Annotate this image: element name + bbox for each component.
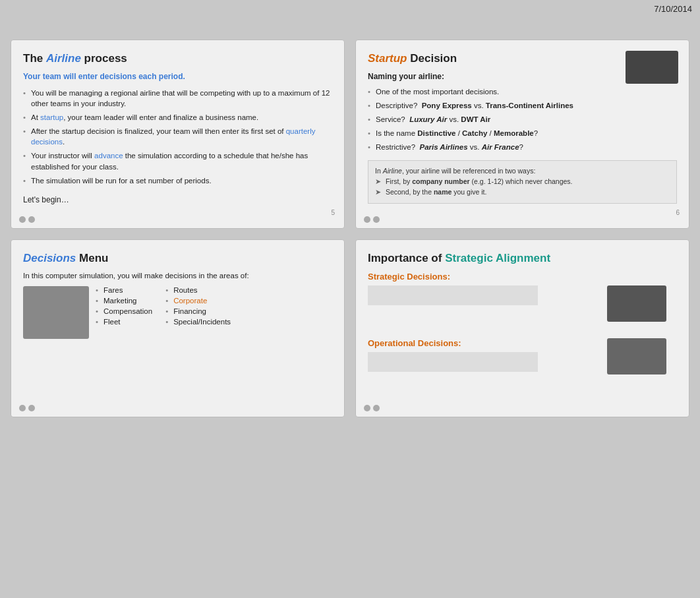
nav-dot-6: [28, 405, 35, 411]
card1-subtitle: Your team will enter decisions each peri…: [23, 72, 332, 81]
card2-bullet-3: Service? Luxury Air vs. DWT Air: [368, 114, 677, 125]
card1-title: The Airline process: [23, 52, 332, 65]
strategic-text-1: [368, 285, 538, 305]
decision-routes: Routes: [165, 286, 231, 294]
decision-col1: Fares Marketing Compensation Fleet: [96, 286, 152, 339]
naming-info-line1: In Airline, your airline will be referen…: [375, 166, 670, 177]
date-display: 7/10/2014: [654, 4, 692, 14]
decisions-content: Fares Marketing Compensation Fleet Route…: [23, 286, 332, 339]
decision-col2: Routes Corporate Financing Special/Incid…: [165, 286, 231, 339]
card1-title-suffix: process: [81, 52, 127, 65]
card3-title-blue: Decisions: [23, 252, 76, 264]
card2-bullets: One of the most important decisions. Des…: [368, 86, 677, 152]
card2-footer-num: 6: [676, 209, 680, 216]
nav-dot-1: [19, 216, 26, 223]
airline-logo-image: [626, 51, 678, 84]
card2-title-orange: Startup: [368, 52, 407, 65]
card3-footer: [11, 405, 344, 411]
decisions-lists: Fares Marketing Compensation Fleet Route…: [96, 286, 231, 339]
card4-footer: [356, 405, 689, 411]
card1-lets-begin: Let's begin…: [23, 195, 332, 204]
card1-title-blue: Airline: [46, 52, 81, 65]
card1-title-prefix: The: [23, 52, 46, 65]
decisions-menu-card: Decisions Menu In this computer simulati…: [11, 239, 345, 417]
decision-corporate: Corporate: [165, 297, 231, 305]
card4-strategic-decisions-label: Strategic Decisions:: [368, 272, 677, 282]
card3-title: Decisions Menu: [23, 252, 332, 265]
card2-title-suffix: Decision: [407, 52, 457, 65]
card1-nav-dots: [19, 216, 35, 223]
card2-footer: 6: [356, 216, 689, 223]
card1-footer: 5: [11, 216, 344, 223]
strategic-image-2: [607, 338, 666, 374]
card4-nav-dots: [364, 405, 380, 411]
startup-decision-card: Startup Decision Naming your airline: On…: [355, 40, 689, 229]
decision-marketing: Marketing: [96, 297, 152, 305]
card4-operational-section: Operational Decisions:: [368, 338, 677, 384]
nav-dot-5: [19, 405, 26, 411]
nav-dot-8: [373, 405, 380, 411]
card3-intro: In this computer simulation, you will ma…: [23, 272, 332, 280]
nav-dot-4: [373, 216, 380, 223]
decision-compensation: Compensation: [96, 307, 152, 315]
card1-bullet-3: After the startup decision is finalized,…: [23, 126, 332, 147]
strategic-text-2: [368, 352, 538, 372]
decision-financing: Financing: [165, 307, 231, 315]
card4-strategic-section: [368, 285, 677, 332]
card1-bullet-1: You will be managing a regional airline …: [23, 88, 332, 109]
nav-dot-3: [364, 216, 370, 223]
card2-bullet-2: Descriptive? Pony Express vs. Trans-Cont…: [368, 100, 677, 111]
naming-info-line3: ➤ Second, by the name you give it.: [375, 187, 670, 198]
strategic-alignment-card: Importance of Strategic Alignment Strate…: [355, 239, 689, 417]
card4-title: Importance of Strategic Alignment: [368, 252, 677, 265]
decision-fares: Fares: [96, 286, 152, 294]
card2-bullet-1: One of the most important decisions.: [368, 86, 677, 97]
card4-title-prefix: Importance of: [368, 252, 445, 264]
airline-process-card: The Airline process Your team will enter…: [11, 40, 345, 229]
decisions-image: [23, 286, 89, 339]
card2-nav-dots: [364, 216, 380, 223]
card1-bullets: You will be managing a regional airline …: [23, 88, 332, 186]
card1-bullet-2: At startup, your team leader will enter …: [23, 112, 332, 123]
card3-title-suffix: Menu: [76, 252, 108, 264]
nav-dot-2: [28, 216, 35, 223]
card1-bullet-4: Your instructor will advance the simulat…: [23, 150, 332, 171]
card2-bullet-4: Is the name Distinctive / Catchy / Memor…: [368, 128, 677, 138]
naming-info-line2: ➤ First, by company number (e.g. 1-12) w…: [375, 177, 670, 187]
nav-dot-7: [364, 405, 370, 411]
card1-footer-num: 5: [331, 209, 335, 216]
card4-title-teal: Strategic Alignment: [445, 252, 550, 264]
strategic-image-1: [607, 285, 666, 322]
card2-bullet-5: Restrictive? Paris Airlines vs. Air Fran…: [368, 142, 677, 152]
card1-bullet-5: The simulation will be run for a set num…: [23, 175, 332, 186]
decision-fleet: Fleet: [96, 318, 152, 326]
card2-naming-info: In Airline, your airline will be referen…: [368, 160, 677, 203]
card3-nav-dots: [19, 405, 35, 411]
decision-special: Special/Incidents: [165, 318, 231, 326]
